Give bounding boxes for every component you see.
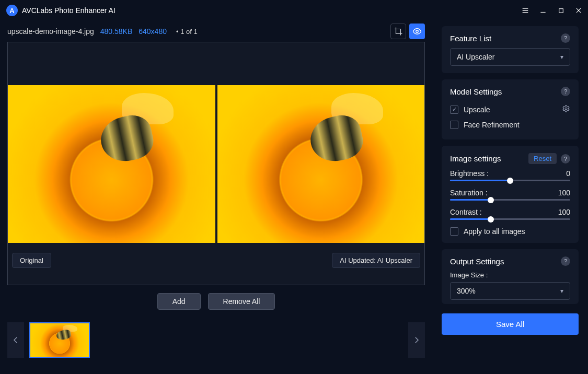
preview-original-image — [8, 85, 215, 243]
file-info-left: upscale-demo-image-4.jpg 480.58KB 640x48… — [7, 27, 198, 36]
model-settings-title: Model Settings — [450, 87, 502, 96]
image-size-value: 300% — [457, 287, 476, 295]
saturation-value: 100 — [558, 189, 570, 197]
chevron-down-icon: ▾ — [560, 287, 563, 295]
gear-icon[interactable] — [562, 104, 570, 114]
save-all-button[interactable]: Save All — [442, 313, 579, 335]
preview-row — [8, 85, 424, 243]
brightness-label: Brightness : — [450, 169, 489, 178]
minimize-icon[interactable] — [538, 5, 548, 16]
brightness-value: 0 — [566, 169, 570, 178]
image-settings-panel: Image settings Reset ? Brightness : 0 — [442, 146, 579, 243]
close-icon[interactable] — [573, 5, 584, 16]
page-indicator: • 1 of 1 — [176, 28, 198, 36]
model-upscale-row: Upscale — [450, 101, 570, 118]
add-button[interactable]: Add — [157, 293, 201, 310]
crop-button[interactable] — [390, 24, 406, 39]
updated-label: AI Updated: AI Upscaler — [332, 253, 420, 268]
title-bar-left: A AVCLabs Photo Enhancer AI — [6, 5, 116, 16]
remove-all-button[interactable]: Remove All — [208, 293, 275, 310]
image-size-label: Image Size : — [450, 271, 570, 279]
feature-list-title: Feature List — [450, 34, 491, 43]
thumb-next-button[interactable] — [408, 322, 425, 358]
help-icon[interactable]: ? — [561, 154, 570, 163]
thumb-prev-button[interactable] — [7, 322, 24, 358]
saturation-label: Saturation : — [450, 189, 488, 197]
model-settings-panel: Model Settings ? Upscale Face Refinement — [442, 79, 579, 139]
file-name: upscale-demo-image-4.jpg — [7, 27, 94, 36]
brightness-row: Brightness : 0 — [450, 169, 570, 181]
file-info-right — [390, 24, 425, 39]
action-buttons-row: Add Remove All — [0, 285, 432, 318]
thumbnail-item[interactable] — [29, 322, 90, 358]
left-pane: upscale-demo-image-4.jpg 480.58KB 640x48… — [0, 21, 432, 374]
file-dimensions: 640x480 — [139, 27, 167, 36]
help-icon[interactable]: ? — [561, 33, 570, 43]
svg-point-8 — [565, 108, 567, 110]
title-bar: A AVCLabs Photo Enhancer AI — [0, 0, 588, 21]
image-size-select[interactable]: 300% ▾ — [450, 282, 570, 300]
thumbnail-strip — [0, 318, 432, 363]
original-label: Original — [12, 253, 51, 268]
apply-all-checkbox[interactable] — [450, 227, 458, 236]
help-icon[interactable]: ? — [561, 87, 570, 96]
apply-all-row: Apply to all images — [450, 227, 570, 236]
preview-toggle-button[interactable] — [409, 24, 425, 39]
apply-all-label: Apply to all images — [464, 227, 525, 236]
right-pane: Feature List ? AI Upscaler ▾ Model Setti… — [432, 21, 588, 374]
image-settings-title: Image settings — [450, 154, 501, 163]
feature-list-panel: Feature List ? AI Upscaler ▾ — [442, 26, 579, 73]
preview-area: Original AI Updated: AI Upscaler — [7, 42, 425, 285]
output-settings-title: Output Settings — [450, 257, 504, 266]
svg-rect-4 — [559, 8, 563, 13]
file-info-bar: upscale-demo-image-4.jpg 480.58KB 640x48… — [0, 21, 432, 42]
upscale-label: Upscale — [464, 106, 490, 114]
file-size: 480.58KB — [100, 27, 133, 36]
preview-top-spacer — [8, 42, 424, 85]
feature-list-value: AI Upscaler — [457, 53, 494, 61]
preview-updated-image — [217, 85, 425, 243]
model-face-refinement-row: Face Refinement — [450, 118, 570, 132]
contrast-label: Contrast : — [450, 208, 482, 216]
maximize-icon[interactable] — [556, 5, 566, 16]
upscale-checkbox[interactable] — [450, 106, 458, 114]
brightness-slider[interactable] — [450, 180, 570, 181]
help-icon[interactable]: ? — [561, 256, 570, 266]
menu-icon[interactable] — [520, 5, 531, 16]
main: upscale-demo-image-4.jpg 480.58KB 640x48… — [0, 21, 588, 374]
app-logo-icon: A — [6, 5, 18, 16]
face-refinement-label: Face Refinement — [464, 121, 520, 129]
saturation-row: Saturation : 100 — [450, 189, 570, 201]
contrast-slider[interactable] — [450, 218, 570, 220]
contrast-value: 100 — [558, 208, 570, 216]
svg-point-7 — [416, 30, 419, 33]
feature-list-select[interactable]: AI Upscaler ▾ — [450, 48, 570, 66]
face-refinement-checkbox[interactable] — [450, 121, 458, 129]
chevron-down-icon: ▾ — [560, 53, 563, 61]
contrast-row: Contrast : 100 — [450, 208, 570, 220]
preview-labels: Original AI Updated: AI Upscaler — [8, 243, 424, 277]
app-title: AVCLabs Photo Enhancer AI — [22, 6, 116, 15]
saturation-slider[interactable] — [450, 199, 570, 201]
title-bar-right — [520, 5, 584, 16]
output-settings-panel: Output Settings ? Image Size : 300% ▾ — [442, 249, 579, 304]
reset-button[interactable]: Reset — [528, 153, 557, 164]
